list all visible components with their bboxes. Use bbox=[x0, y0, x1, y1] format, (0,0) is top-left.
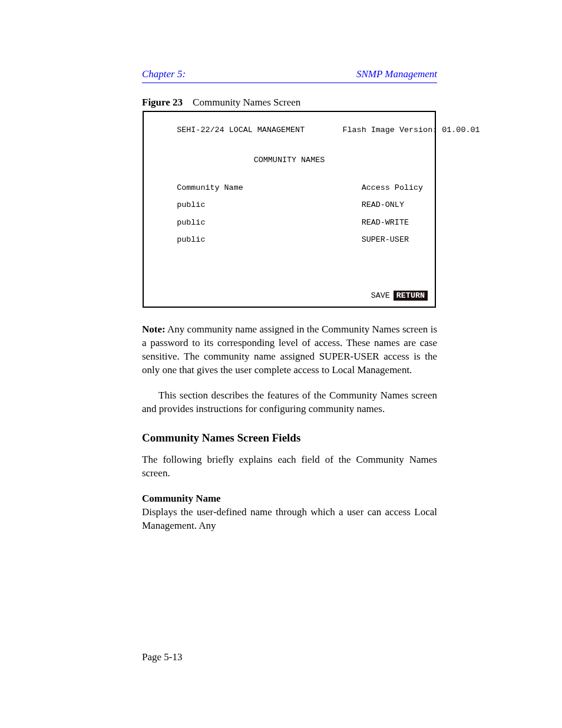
panel-fw-value: 01.00.01 bbox=[442, 126, 480, 134]
page-footer: Page 5-13 bbox=[142, 651, 437, 663]
panel-row-name: public bbox=[177, 218, 205, 227]
panel-fw-label: Flash Image Version: bbox=[343, 126, 438, 134]
panel-row-policy: READ-WRITE bbox=[362, 218, 409, 227]
paragraph: Displays the user-defined name through w… bbox=[142, 506, 437, 531]
header-rule bbox=[142, 83, 437, 83]
panel-row-policy: READ-ONLY bbox=[362, 200, 404, 209]
terminal-screen: SEHI-22/24 LOCAL MANAGEMENT Flash Image … bbox=[143, 111, 436, 308]
panel-lm-type: LOCAL MANAGEMENT bbox=[229, 126, 305, 134]
panel-row-policy: SUPER-USER bbox=[362, 235, 409, 244]
header-chapter-link[interactable]: Chapter 5: bbox=[142, 68, 186, 80]
panel-row-name: public bbox=[177, 200, 205, 209]
section-heading: Community Names Screen Fields bbox=[142, 430, 437, 446]
paragraph: This section describes the features of t… bbox=[142, 389, 437, 416]
body-text: Note: Any community name assigned in the… bbox=[142, 323, 437, 545]
panel-row: public SUPER-USER bbox=[148, 235, 430, 244]
figure-number: Figure 23 bbox=[142, 97, 183, 108]
col-header-name: Community Name bbox=[177, 183, 243, 192]
panel-row: public READ-WRITE bbox=[148, 218, 430, 227]
return-button[interactable]: RETURN bbox=[394, 291, 428, 301]
subheading: Community Name bbox=[142, 493, 221, 504]
panel-row: public READ-ONLY bbox=[148, 200, 430, 209]
panel-row-name: public bbox=[177, 235, 205, 244]
page: Chapter 5: SNMP Management Figure 23 Com… bbox=[0, 0, 562, 728]
header-section-link[interactable]: SNMP Management bbox=[356, 68, 437, 80]
panel-model: SEHI-22/24 bbox=[177, 126, 224, 134]
paragraph: The following briefly explains each fiel… bbox=[142, 453, 437, 480]
figure-title: Community Names Screen bbox=[193, 97, 300, 108]
note-text: Any community name assigned in the Commu… bbox=[142, 324, 437, 375]
page-number: Page 5-13 bbox=[142, 651, 182, 663]
figure-caption: Figure 23 Community Names Screen bbox=[142, 97, 300, 108]
col-header-policy: Access Policy bbox=[362, 183, 423, 192]
panel-footer-row: SAVE RETURN bbox=[371, 291, 428, 301]
note-label: Note: bbox=[142, 324, 166, 335]
save-button[interactable]: SAVE bbox=[371, 291, 390, 300]
running-header: Chapter 5: SNMP Management bbox=[142, 68, 437, 80]
panel-title: COMMUNITY NAMES bbox=[148, 156, 430, 164]
